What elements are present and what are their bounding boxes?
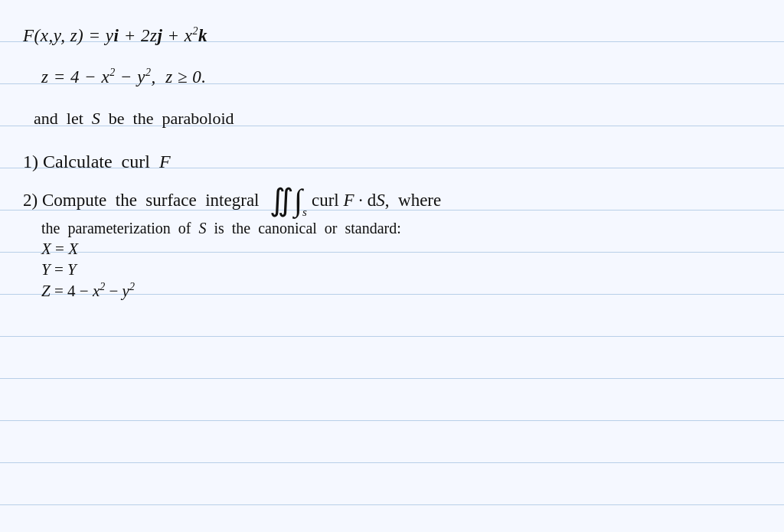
equation-2-text: z = 4 − x2 − y2, z ≥ 0.	[23, 67, 207, 88]
problem-2-text: 2) Compute the surface integral	[23, 190, 268, 211]
description-text-3: and let S be the paraboloid	[23, 109, 234, 129]
problem-2-sub1: the parameterization of S is the canonic…	[23, 217, 401, 237]
problem-1-text: 1) Calculate curl F	[23, 151, 171, 173]
problem-2-after-integral: curl F · dS, where	[312, 190, 441, 211]
content-area: F(x,y, z) = yi + 2zj + x2k z = 4 − x2 − …	[0, 0, 784, 532]
problem-2-main-row: 2) Compute the surface integral ∬∫ s cur…	[23, 185, 441, 216]
problem-2-sub2: X = X	[23, 240, 78, 259]
page: F(x,y, z) = yi + 2zj + x2k z = 4 − x2 − …	[0, 0, 784, 532]
problem-part-1: 1) Calculate curl F	[23, 140, 761, 182]
equation-line-1: F(x,y, z) = yi + 2zj + x2k	[23, 14, 761, 56]
problem-part-2: 2) Compute the surface integral ∬∫ s cur…	[23, 182, 761, 302]
problem-2-sub3: Y = Y	[23, 260, 77, 279]
problem-2-sub4: Z = 4 − x2 − y2	[23, 281, 135, 301]
equation-1-text: F(x,y, z) = yi + 2zj + x2k	[23, 25, 207, 47]
description-line-3: and let S be the paraboloid	[23, 98, 761, 140]
double-integral-symbol: ∬∫ s	[270, 185, 302, 216]
equation-line-2: z = 4 − x2 − y2, z ≥ 0.	[23, 56, 761, 98]
